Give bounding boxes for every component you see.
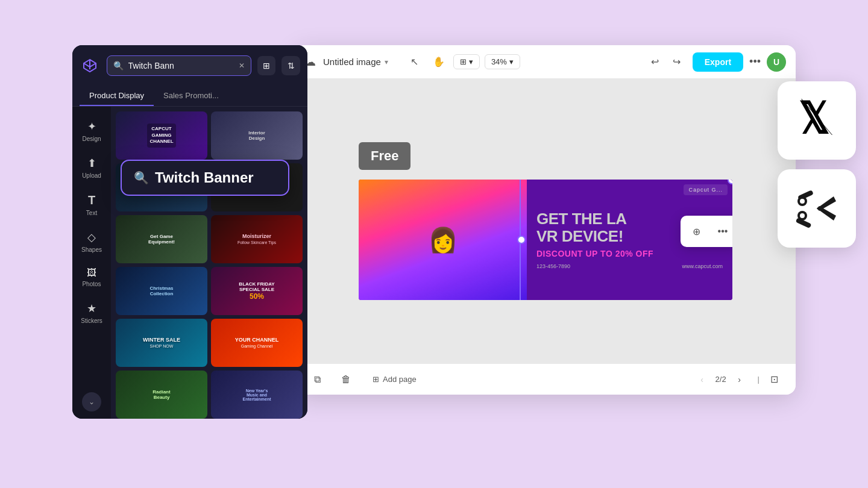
page-navigation: ‹ 2/2 › | ⊡	[694, 370, 784, 389]
twitter-x-card: 𝕏	[778, 81, 856, 160]
sidebar-item-shapes[interactable]: ◇ Shapes	[75, 225, 108, 259]
panel-header: 🔍 Twitch Bann ✕ ⊞ ⇅	[72, 45, 307, 86]
next-page-button[interactable]: ›	[731, 371, 748, 388]
page-indicator: 2/2	[715, 375, 726, 384]
context-more-button[interactable]: •••	[712, 221, 732, 242]
sidebar-item-design[interactable]: ✦ Design	[75, 114, 108, 148]
document-title[interactable]: Untitled image ▾	[323, 57, 388, 67]
add-page-button[interactable]: ⊞ Add page	[365, 371, 424, 387]
search-input[interactable]: Twitch Bann	[128, 61, 234, 70]
template-card[interactable]: RadiantBeauty	[116, 371, 207, 419]
editor-header: ☁ Untitled image ▾ ↖ ✋ ⊞ ▾ 34% ▾ ↩	[295, 45, 796, 79]
zoom-control[interactable]: 34% ▾	[485, 54, 520, 69]
free-badge: Free	[359, 142, 410, 170]
sidebar-item-upload[interactable]: ⬆ Upload	[75, 151, 108, 185]
stickers-label: Stickers	[81, 318, 102, 324]
search-tooltip-icon: 🔍	[134, 170, 149, 185]
photos-icon: 🖼	[87, 267, 96, 278]
shapes-label: Shapes	[81, 246, 102, 253]
add-page-icon: ⊞	[373, 375, 379, 384]
social-icons-container: 𝕏	[778, 81, 856, 248]
template-card[interactable]: Get GameEquipment!	[116, 215, 207, 263]
capcut-logo[interactable]	[80, 55, 101, 77]
template-card[interactable]: ChristmasCollection	[116, 267, 207, 315]
undo-redo-group: ↩ ↪	[646, 52, 687, 72]
svg-point-5	[800, 199, 805, 204]
more-nav-button[interactable]: ⌄	[82, 392, 101, 411]
banner-image: 👩	[359, 180, 527, 300]
upload-icon: ⬆	[87, 157, 96, 170]
left-panel: 🔍 Twitch Bann ✕ ⊞ ⇅ Product Display Sale…	[72, 45, 307, 419]
banner-phone: 123-456-7890	[536, 263, 570, 269]
banner-website: www.capcut.com	[682, 263, 723, 269]
tab-product-display[interactable]: Product Display	[80, 86, 154, 106]
banner-company: Capcut G...	[684, 184, 728, 195]
banner-background-image: 👩	[359, 180, 527, 300]
template-card[interactable]: YOUR CHANNELGaming Channel	[211, 319, 303, 367]
context-menu: ⊕ •••	[681, 216, 732, 247]
cursor-tool[interactable]: ↖	[405, 52, 424, 72]
tabs-row: Product Display Sales Promoti...	[72, 86, 307, 107]
left-sidebar: ✦ Design ⬆ Upload T Text ◇ Shapes 🖼 P	[72, 107, 307, 419]
fit-page-button[interactable]: ⊡	[764, 370, 784, 389]
layout-icon: ⊞	[460, 57, 467, 66]
redo-button[interactable]: ↪	[667, 52, 687, 72]
editor-panel: ☁ Untitled image ▾ ↖ ✋ ⊞ ▾ 34% ▾ ↩	[295, 45, 796, 395]
templates-grid: CAPCUTGAMINGCHANNEL InteriorDesign ALICE…	[111, 107, 307, 419]
stickers-icon: ★	[87, 302, 96, 315]
design-icon: ✦	[87, 120, 96, 133]
undo-button[interactable]: ↩	[646, 52, 665, 72]
chevron-layout-icon: ▾	[469, 57, 473, 66]
upload-label: Upload	[82, 172, 101, 179]
template-card[interactable]: New Year'sMusic andEntertainment	[211, 371, 303, 419]
sidebar-item-text[interactable]: T Text	[75, 187, 108, 222]
chevron-zoom-icon: ▾	[509, 57, 514, 66]
header-right: ↩ ↪ Export ••• U	[646, 52, 786, 72]
editor-canvas[interactable]: Free 👩 Capcut G... GET THE LAVR DEVICE!	[295, 79, 796, 363]
more-options-button[interactable]: •••	[749, 55, 761, 68]
duplicate-page-button[interactable]: ⧉	[307, 370, 327, 389]
sidebar-item-stickers[interactable]: ★ Stickers	[75, 296, 108, 330]
filter-button[interactable]: ⇅	[281, 56, 300, 75]
chevron-down-icon: ▾	[385, 58, 388, 66]
text-label: Text	[86, 210, 97, 216]
capcut-app-logo	[793, 184, 841, 233]
search-bar[interactable]: 🔍 Twitch Bann ✕	[107, 55, 251, 76]
add-page-label: Add page	[383, 375, 417, 384]
hand-tool[interactable]: ✋	[429, 52, 448, 72]
photos-label: Photos	[82, 281, 101, 287]
delete-page-button[interactable]: 🗑	[336, 370, 356, 389]
template-card[interactable]: WINTER SALESHOP NOW	[116, 319, 207, 367]
template-card[interactable]: CAPCUTGAMINGCHANNEL	[116, 111, 207, 160]
prev-page-button[interactable]: ‹	[694, 371, 711, 388]
editor-footer: ⧉ 🗑 ⊞ Add page ‹ 2/2 › | ⊡	[295, 363, 796, 395]
twitter-x-logo: 𝕏	[796, 93, 837, 148]
layout-selector[interactable]: ⊞ ▾	[453, 54, 480, 69]
template-card[interactable]: InteriorDesign	[211, 111, 303, 160]
tab-sales-promo[interactable]: Sales Promoti...	[154, 86, 228, 106]
template-card[interactable]: BLACK FRIDAYSPECIAL SALE50%	[211, 267, 303, 315]
sidebar-item-photos[interactable]: 🖼 Photos	[75, 261, 108, 293]
svg-point-6	[800, 213, 805, 218]
close-icon[interactable]: ✕	[239, 61, 245, 70]
capcut-app-card	[778, 169, 856, 248]
user-avatar[interactable]: U	[767, 52, 786, 72]
side-navigation: ✦ Design ⬆ Upload T Text ◇ Shapes 🖼 P	[72, 107, 111, 419]
banner-design[interactable]: 👩 Capcut G... GET THE LAVR DEVICE! DISCO…	[359, 180, 732, 300]
scan-button[interactable]: ⊞	[257, 56, 276, 75]
search-tooltip: 🔍 Twitch Banner	[121, 160, 289, 196]
header-tools: ↖ ✋ ⊞ ▾ 34% ▾	[405, 52, 520, 72]
template-card[interactable]: MoisturizerFollow Skincare Tips	[211, 215, 303, 263]
zoom-value: 34%	[491, 57, 507, 66]
title-text: Untitled image	[323, 57, 381, 67]
search-tooltip-text: Twitch Banner	[155, 169, 254, 186]
banner-contact: 123-456-7890 www.capcut.com	[536, 263, 723, 269]
export-button[interactable]: Export	[693, 52, 743, 72]
svg-text:𝕏: 𝕏	[799, 95, 829, 141]
context-copy-style-button[interactable]: ⊕	[685, 221, 707, 242]
shapes-icon: ◇	[87, 231, 96, 244]
banner-subheadline: DISCOUNT UP TO 20% OFF	[536, 249, 723, 258]
canvas-content: Free 👩 Capcut G... GET THE LAVR DEVICE!	[359, 142, 732, 300]
text-icon: T	[88, 193, 95, 207]
search-icon: 🔍	[113, 61, 124, 70]
